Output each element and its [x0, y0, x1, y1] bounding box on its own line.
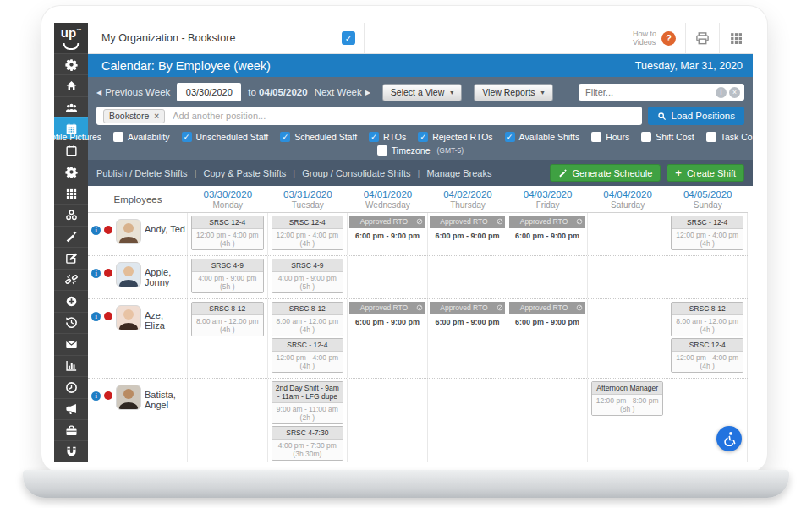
checkmark-dropdown-icon[interactable]: ✓	[342, 31, 355, 45]
day-column-header[interactable]: 03/31/2020Tuesday	[268, 189, 348, 210]
shift-card[interactable]: SRSC 4-94:00 pm - 9:00 pm (5h )	[272, 259, 344, 293]
day-column-header[interactable]: 04/04/2020Saturday	[588, 189, 668, 210]
select-view-button[interactable]: Select a View▾	[382, 84, 462, 101]
filter-clear-icon[interactable]: ×	[729, 87, 740, 98]
rto-card[interactable]: Approved RTO6:00 pm - 9:00 pm	[349, 216, 425, 240]
how-to-videos-button[interactable]: How toVideos ?	[623, 23, 685, 53]
day-cell[interactable]: Approved RTO6:00 pm - 9:00 pm	[348, 299, 428, 378]
create-shift-button[interactable]: + Create Shift	[667, 164, 744, 182]
day-cell[interactable]	[348, 256, 428, 298]
day-cell[interactable]: SRSC - 12-412:00 pm - 4:00 pm (4h )	[667, 213, 748, 255]
next-week-button[interactable]: Next Week▶	[315, 87, 370, 97]
shift-card[interactable]: SRSC - 12-412:00 pm - 4:00 pm (4h )	[272, 338, 344, 373]
sidebar-item-tools[interactable]	[54, 226, 88, 247]
day-cell[interactable]: SRSC 8-128:00 am - 12:00 pm (4h )	[188, 299, 268, 378]
shift-card[interactable]: SRSC 8-128:00 am - 12:00 pm (4h )	[671, 302, 743, 336]
action-link-publish-delete-shifts[interactable]: Publish / Delete Shifts	[96, 168, 188, 178]
shift-card[interactable]: SRSC 12-412:00 pm - 4:00 pm (4h )	[272, 216, 344, 250]
day-cell[interactable]	[588, 213, 668, 255]
day-cell[interactable]: 2nd Day Shift - 9am - 11am - LFG dupe9:0…	[268, 379, 348, 462]
sidebar-item-history[interactable]	[54, 312, 88, 333]
day-cell[interactable]: Approved RTO6:00 pm - 9:00 pm	[508, 213, 588, 255]
app-logo[interactable]: up™	[54, 23, 88, 53]
info-icon[interactable]: i	[91, 312, 101, 321]
rto-card[interactable]: Approved RTO6:00 pm - 9:00 pm	[509, 216, 585, 240]
sidebar-item-unlink[interactable]	[54, 269, 88, 290]
rto-card[interactable]: Approved RTO6:00 pm - 9:00 pm	[430, 302, 506, 326]
day-cell[interactable]	[508, 379, 588, 462]
shift-card[interactable]: SRSC 12-412:00 pm - 4:00 pm (4h )	[191, 216, 264, 250]
toggle-unscheduled-staff[interactable]: ✓Unscheduled Staff	[182, 132, 269, 142]
sidebar-item-add[interactable]	[54, 290, 88, 311]
day-cell[interactable]	[188, 379, 268, 462]
sidebar-item-schedule[interactable]	[54, 139, 88, 161]
toggle-availability[interactable]: Availability	[113, 132, 169, 142]
day-column-header[interactable]: 04/02/2020Thursday	[428, 189, 508, 210]
toggle-rejected-rtos[interactable]: ✓Rejected RTOs	[418, 132, 492, 142]
shift-card[interactable]: SRSC 4-94:00 pm - 9:00 pm (5h )	[191, 259, 264, 293]
shift-card[interactable]: SRSC 12-412:00 pm - 4:00 pm (4h )	[671, 338, 743, 373]
sidebar-item-preferences[interactable]	[54, 161, 88, 182]
rto-card[interactable]: Approved RTO6:00 pm - 9:00 pm	[509, 302, 585, 326]
action-link-manage-breaks[interactable]: Manage Breaks	[426, 168, 491, 178]
position-input[interactable]: Bookstore× Add another position...	[96, 107, 642, 125]
day-cell[interactable]: Approved RTO6:00 pm - 9:00 pm	[428, 299, 508, 378]
day-cell[interactable]: Approved RTO6:00 pm - 9:00 pm	[428, 213, 508, 255]
day-cell[interactable]	[667, 379, 748, 462]
day-cell[interactable]: Approved RTO6:00 pm - 9:00 pm	[508, 299, 588, 378]
toggle-rtos[interactable]: ✓RTOs	[369, 132, 406, 142]
toggle-timezone[interactable]: Timezone(GMT-5)	[377, 145, 464, 156]
day-column-header[interactable]: 03/30/2020Monday	[188, 189, 268, 210]
remove-tag-icon[interactable]: ×	[154, 112, 159, 121]
org-selector[interactable]: My Organization - Bookstore ✓	[88, 23, 365, 53]
day-cell[interactable]: SRSC 4-94:00 pm - 9:00 pm (5h )	[188, 256, 268, 298]
sidebar-item-jobs[interactable]	[54, 419, 88, 440]
day-cell[interactable]: SRSC 4-94:00 pm - 9:00 pm (5h )	[268, 256, 348, 298]
sidebar-item-announcements[interactable]	[54, 398, 88, 419]
toggle-profile-pictures[interactable]: ✓Profile Pictures	[54, 132, 102, 142]
action-link-group-consolidate-shifts[interactable]: Group / Consolidate Shifts	[302, 168, 410, 178]
shift-card[interactable]: SRSC - 12-412:00 pm - 4:00 pm (4h )	[671, 216, 743, 250]
action-link-copy-paste-shifts[interactable]: Copy & Paste Shifts	[203, 168, 286, 178]
generate-schedule-button[interactable]: Generate Schedule	[550, 164, 661, 182]
print-button[interactable]	[685, 23, 719, 53]
toggle-hours[interactable]: Hours	[591, 132, 629, 142]
filter-info-icon[interactable]: i	[716, 87, 727, 98]
sidebar-item-home[interactable]	[54, 74, 88, 96]
rto-card[interactable]: Approved RTO6:00 pm - 9:00 pm	[430, 216, 506, 240]
day-cell[interactable]: SRSC 12-412:00 pm - 4:00 pm (4h )	[268, 213, 348, 255]
shift-card[interactable]: 2nd Day Shift - 9am - 11am - LFG dupe9:0…	[272, 381, 344, 424]
shift-card[interactable]: Afternoon Manager12:00 pm - 8:00 pm (8h …	[591, 381, 664, 416]
day-cell[interactable]	[588, 256, 668, 298]
day-column-header[interactable]: 04/01/2020Wednesday	[348, 189, 428, 210]
view-reports-button[interactable]: View Reports▾	[474, 84, 552, 101]
shift-card[interactable]: SRSC 4-7:304:00 pm - 7:30 pm (3h 30m)	[272, 426, 344, 461]
toggle-available-shifts[interactable]: ✓Available Shifts	[505, 132, 580, 142]
day-cell[interactable]	[428, 256, 508, 298]
sidebar-item-magnet[interactable]	[54, 440, 88, 462]
day-cell[interactable]	[508, 256, 588, 298]
sidebar-item-time-clock[interactable]	[54, 376, 88, 397]
sidebar-item-staff[interactable]	[54, 96, 88, 117]
apps-grid-button[interactable]	[719, 23, 753, 53]
info-icon[interactable]: i	[91, 269, 101, 278]
info-icon[interactable]: i	[91, 226, 101, 235]
shift-card[interactable]: SRSC 8-128:00 am - 12:00 pm (4h )	[272, 302, 344, 336]
sidebar-item-settings[interactable]	[54, 53, 88, 74]
day-cell[interactable]	[588, 299, 668, 378]
day-cell[interactable]: SRSC 8-128:00 am - 12:00 pm (4h )SRSC 12…	[667, 299, 748, 378]
day-cell[interactable]	[428, 379, 508, 462]
shift-card[interactable]: SRSC 8-128:00 am - 12:00 pm (4h )	[191, 302, 264, 336]
day-cell[interactable]	[667, 256, 748, 298]
sidebar-item-reports[interactable]	[54, 355, 88, 376]
day-cell[interactable]: Approved RTO6:00 pm - 9:00 pm	[348, 213, 428, 255]
day-column-header[interactable]: 04/05/2020Sunday	[667, 189, 748, 210]
toggle-task-cost[interactable]: Task Cost	[706, 132, 753, 142]
rto-card[interactable]: Approved RTO6:00 pm - 9:00 pm	[349, 302, 425, 326]
sidebar-item-tables[interactable]	[54, 183, 88, 204]
week-start-input[interactable]	[177, 83, 241, 101]
day-cell[interactable]: SRSC 12-412:00 pm - 4:00 pm (4h )	[188, 213, 268, 255]
sidebar-item-edit[interactable]	[54, 247, 88, 268]
toggle-shift-cost[interactable]: Shift Cost	[641, 132, 694, 142]
day-cell[interactable]: Afternoon Manager12:00 pm - 8:00 pm (8h …	[588, 379, 668, 462]
